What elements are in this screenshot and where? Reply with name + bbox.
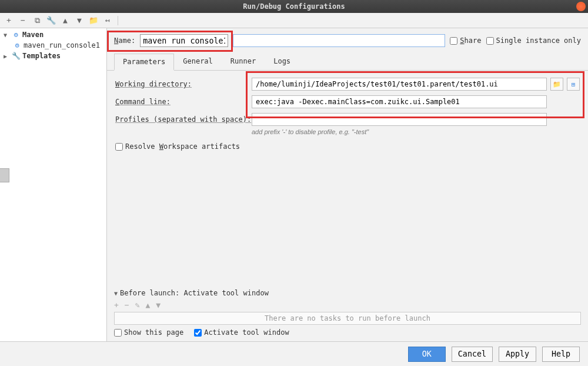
tab-parameters[interactable]: Parameters: [114, 54, 174, 71]
name-extended-area: [233, 34, 445, 47]
ok-button[interactable]: OK: [408, 347, 446, 362]
bl-add-icon[interactable]: +: [114, 301, 119, 310]
before-launch-header[interactable]: ▼ Before launch: Activate tool window: [114, 289, 581, 297]
activate-tool-window-input[interactable]: [194, 329, 202, 337]
name-input[interactable]: [140, 34, 228, 47]
folder-icon[interactable]: 📁: [89, 16, 98, 25]
help-button[interactable]: Help: [542, 347, 580, 362]
show-this-page-input[interactable]: [114, 329, 122, 337]
profiles-hint: add prefix '-' to disable profile, e.g. …: [252, 128, 580, 135]
tree-caret-icon: ▶: [4, 53, 9, 59]
tree-node-config1[interactable]: ⚙ maven_run_console1: [0, 40, 106, 51]
command-line-input[interactable]: [252, 95, 547, 108]
single-instance-checkbox[interactable]: Single instance only: [486, 36, 582, 45]
tab-logs[interactable]: Logs: [265, 53, 299, 70]
maven-config-icon: ⚙: [13, 41, 21, 49]
before-launch-empty: There are no tasks to run before launch: [114, 312, 581, 325]
config-tree: ▼ ⚙ Maven ⚙ maven_run_console1 ▶ 🔧 Templ…: [0, 28, 107, 341]
bl-remove-icon[interactable]: −: [125, 301, 129, 310]
tree-node-templates[interactable]: ▶ 🔧 Templates: [0, 51, 106, 61]
add-icon[interactable]: +: [5, 16, 13, 25]
wrench-icon: 🔧: [12, 52, 20, 60]
cancel-button[interactable]: Cancel: [452, 347, 493, 362]
single-instance-checkbox-input[interactable]: [486, 37, 494, 45]
tab-runner[interactable]: Runner: [222, 53, 265, 70]
resolve-workspace-checkbox-input[interactable]: [115, 143, 123, 151]
profiles-input[interactable]: [252, 113, 547, 126]
maven-icon: ⚙: [12, 31, 20, 39]
settings-icon[interactable]: 🔧: [47, 16, 55, 25]
working-directory-label: Working directory:: [115, 80, 252, 88]
tree-label-config1: maven_run_console1: [24, 41, 100, 49]
browse-tree-button[interactable]: ⊞: [567, 78, 580, 91]
tree-label-maven: Maven: [22, 31, 44, 39]
show-this-page-checkbox[interactable]: Show this page: [114, 328, 183, 337]
single-instance-label: Single instance only: [496, 36, 582, 45]
command-line-label: Command line:: [115, 98, 252, 106]
profiles-label: Profiles (separated with space):: [115, 115, 252, 124]
name-label: Name:: [114, 36, 135, 45]
bl-edit-icon[interactable]: ✎: [135, 301, 140, 310]
toolbar-separator: [118, 16, 118, 25]
show-this-page-label: Show this page: [124, 328, 183, 337]
copy-icon[interactable]: ⧉: [33, 16, 41, 25]
share-checkbox-input[interactable]: [450, 37, 457, 45]
config-toolbar: + − ⧉ 🔧 ▲ ▼ 📁 ↤: [0, 13, 588, 28]
tab-bar: Parameters General Runner Logs: [107, 51, 588, 71]
bl-down-icon[interactable]: ▼: [156, 301, 161, 310]
before-launch-title: Before launch: Activate tool window: [120, 289, 269, 297]
content-panel: Name: Share Single instance only Paramet…: [107, 28, 588, 341]
browse-folder-button[interactable]: 📁: [550, 78, 563, 91]
tree-label-templates: Templates: [22, 52, 61, 60]
window-close-button[interactable]: [576, 2, 586, 11]
titlebar: Run/Debug Configurations: [0, 0, 588, 13]
dialog-button-bar: OK Cancel Apply Help: [0, 341, 588, 366]
up-icon[interactable]: ▲: [61, 16, 69, 25]
dock-handle[interactable]: [0, 168, 9, 182]
apply-button[interactable]: Apply: [499, 347, 536, 362]
resolve-workspace-checkbox[interactable]: Resolve Workspace artifacts: [115, 142, 240, 151]
down-icon[interactable]: ▼: [75, 16, 83, 25]
chevron-down-icon: ▼: [114, 290, 118, 297]
bl-up-icon[interactable]: ▲: [145, 301, 150, 310]
activate-tool-window-checkbox[interactable]: Activate tool window: [194, 328, 289, 337]
tree-caret-icon: ▼: [4, 32, 9, 38]
share-checkbox[interactable]: Share: [450, 36, 481, 45]
window-title: Run/Debug Configurations: [243, 2, 345, 11]
tab-general[interactable]: General: [174, 53, 222, 70]
working-directory-input[interactable]: [252, 78, 547, 91]
remove-icon[interactable]: −: [19, 16, 27, 25]
tree-node-maven[interactable]: ▼ ⚙ Maven: [0, 29, 106, 40]
activate-tool-window-label: Activate tool window: [204, 328, 289, 337]
before-launch-toolbar: + − ✎ ▲ ▼: [114, 300, 581, 312]
collapse-icon[interactable]: ↤: [103, 16, 112, 25]
